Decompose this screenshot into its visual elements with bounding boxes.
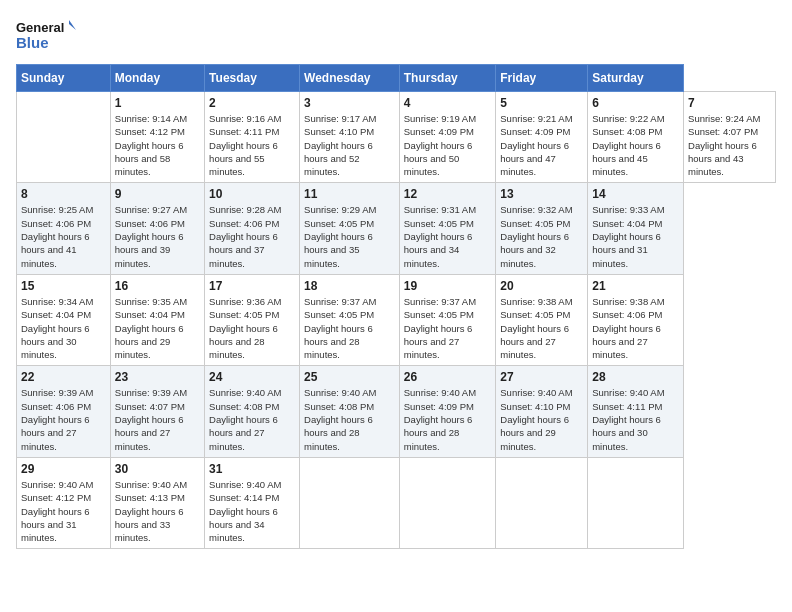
day-number: 14: [592, 187, 679, 201]
day-info: Sunrise: 9:40 AM Sunset: 4:09 PM Dayligh…: [404, 386, 492, 452]
day-info: Sunrise: 9:25 AM Sunset: 4:06 PM Dayligh…: [21, 203, 106, 269]
header-tuesday: Tuesday: [205, 65, 300, 92]
calendar-cell: 19 Sunrise: 9:37 AM Sunset: 4:05 PM Dayl…: [399, 274, 496, 365]
calendar-cell: 26 Sunrise: 9:40 AM Sunset: 4:09 PM Dayl…: [399, 366, 496, 457]
day-info: Sunrise: 9:31 AM Sunset: 4:05 PM Dayligh…: [404, 203, 492, 269]
calendar-cell: 8 Sunrise: 9:25 AM Sunset: 4:06 PM Dayli…: [17, 183, 111, 274]
day-number: 26: [404, 370, 492, 384]
header-sunday: Sunday: [17, 65, 111, 92]
calendar-cell: 2 Sunrise: 9:16 AM Sunset: 4:11 PM Dayli…: [205, 92, 300, 183]
header-thursday: Thursday: [399, 65, 496, 92]
week-row-3: 15 Sunrise: 9:34 AM Sunset: 4:04 PM Dayl…: [17, 274, 776, 365]
day-number: 21: [592, 279, 679, 293]
calendar-cell: 4 Sunrise: 9:19 AM Sunset: 4:09 PM Dayli…: [399, 92, 496, 183]
calendar-cell: 15 Sunrise: 9:34 AM Sunset: 4:04 PM Dayl…: [17, 274, 111, 365]
day-info: Sunrise: 9:37 AM Sunset: 4:05 PM Dayligh…: [304, 295, 395, 361]
day-info: Sunrise: 9:40 AM Sunset: 4:13 PM Dayligh…: [115, 478, 200, 544]
calendar-cell: 21 Sunrise: 9:38 AM Sunset: 4:06 PM Dayl…: [588, 274, 684, 365]
day-info: Sunrise: 9:40 AM Sunset: 4:10 PM Dayligh…: [500, 386, 583, 452]
day-info: Sunrise: 9:32 AM Sunset: 4:05 PM Dayligh…: [500, 203, 583, 269]
day-number: 29: [21, 462, 106, 476]
calendar-cell: [496, 457, 588, 548]
calendar-cell: [399, 457, 496, 548]
day-number: 10: [209, 187, 295, 201]
day-info: Sunrise: 9:24 AM Sunset: 4:07 PM Dayligh…: [688, 112, 771, 178]
calendar-cell: 6 Sunrise: 9:22 AM Sunset: 4:08 PM Dayli…: [588, 92, 684, 183]
calendar-cell: 18 Sunrise: 9:37 AM Sunset: 4:05 PM Dayl…: [300, 274, 400, 365]
day-info: Sunrise: 9:19 AM Sunset: 4:09 PM Dayligh…: [404, 112, 492, 178]
svg-text:Blue: Blue: [16, 34, 49, 51]
header-friday: Friday: [496, 65, 588, 92]
day-info: Sunrise: 9:36 AM Sunset: 4:05 PM Dayligh…: [209, 295, 295, 361]
calendar-cell: 3 Sunrise: 9:17 AM Sunset: 4:10 PM Dayli…: [300, 92, 400, 183]
empty-cell: [17, 92, 111, 183]
day-number: 12: [404, 187, 492, 201]
day-info: Sunrise: 9:38 AM Sunset: 4:06 PM Dayligh…: [592, 295, 679, 361]
calendar-cell: 29 Sunrise: 9:40 AM Sunset: 4:12 PM Dayl…: [17, 457, 111, 548]
day-number: 1: [115, 96, 200, 110]
day-info: Sunrise: 9:35 AM Sunset: 4:04 PM Dayligh…: [115, 295, 200, 361]
day-number: 13: [500, 187, 583, 201]
day-number: 5: [500, 96, 583, 110]
day-info: Sunrise: 9:28 AM Sunset: 4:06 PM Dayligh…: [209, 203, 295, 269]
calendar-cell: 9 Sunrise: 9:27 AM Sunset: 4:06 PM Dayli…: [110, 183, 204, 274]
day-info: Sunrise: 9:39 AM Sunset: 4:07 PM Dayligh…: [115, 386, 200, 452]
svg-text:General: General: [16, 20, 64, 35]
day-info: Sunrise: 9:40 AM Sunset: 4:08 PM Dayligh…: [304, 386, 395, 452]
logo-svg: General Blue: [16, 16, 76, 54]
calendar-cell: 7 Sunrise: 9:24 AM Sunset: 4:07 PM Dayli…: [684, 92, 776, 183]
day-number: 20: [500, 279, 583, 293]
calendar-cell: 23 Sunrise: 9:39 AM Sunset: 4:07 PM Dayl…: [110, 366, 204, 457]
day-info: Sunrise: 9:29 AM Sunset: 4:05 PM Dayligh…: [304, 203, 395, 269]
day-number: 19: [404, 279, 492, 293]
day-number: 15: [21, 279, 106, 293]
calendar-cell: 30 Sunrise: 9:40 AM Sunset: 4:13 PM Dayl…: [110, 457, 204, 548]
calendar-cell: 10 Sunrise: 9:28 AM Sunset: 4:06 PM Dayl…: [205, 183, 300, 274]
day-number: 28: [592, 370, 679, 384]
day-info: Sunrise: 9:14 AM Sunset: 4:12 PM Dayligh…: [115, 112, 200, 178]
day-info: Sunrise: 9:40 AM Sunset: 4:11 PM Dayligh…: [592, 386, 679, 452]
header-wednesday: Wednesday: [300, 65, 400, 92]
day-number: 9: [115, 187, 200, 201]
calendar-cell: 1 Sunrise: 9:14 AM Sunset: 4:12 PM Dayli…: [110, 92, 204, 183]
calendar-cell: 28 Sunrise: 9:40 AM Sunset: 4:11 PM Dayl…: [588, 366, 684, 457]
logo: General Blue: [16, 16, 76, 54]
day-number: 2: [209, 96, 295, 110]
day-number: 22: [21, 370, 106, 384]
day-info: Sunrise: 9:38 AM Sunset: 4:05 PM Dayligh…: [500, 295, 583, 361]
calendar-cell: [300, 457, 400, 548]
day-number: 11: [304, 187, 395, 201]
week-row-2: 8 Sunrise: 9:25 AM Sunset: 4:06 PM Dayli…: [17, 183, 776, 274]
day-number: 30: [115, 462, 200, 476]
day-info: Sunrise: 9:17 AM Sunset: 4:10 PM Dayligh…: [304, 112, 395, 178]
calendar-cell: 22 Sunrise: 9:39 AM Sunset: 4:06 PM Dayl…: [17, 366, 111, 457]
calendar-header-row: SundayMondayTuesdayWednesdayThursdayFrid…: [17, 65, 776, 92]
day-info: Sunrise: 9:27 AM Sunset: 4:06 PM Dayligh…: [115, 203, 200, 269]
day-number: 4: [404, 96, 492, 110]
day-number: 16: [115, 279, 200, 293]
calendar-cell: 12 Sunrise: 9:31 AM Sunset: 4:05 PM Dayl…: [399, 183, 496, 274]
day-number: 6: [592, 96, 679, 110]
header-saturday: Saturday: [588, 65, 684, 92]
day-number: 27: [500, 370, 583, 384]
calendar-cell: 14 Sunrise: 9:33 AM Sunset: 4:04 PM Dayl…: [588, 183, 684, 274]
calendar-cell: 25 Sunrise: 9:40 AM Sunset: 4:08 PM Dayl…: [300, 366, 400, 457]
day-info: Sunrise: 9:39 AM Sunset: 4:06 PM Dayligh…: [21, 386, 106, 452]
day-number: 7: [688, 96, 771, 110]
day-number: 24: [209, 370, 295, 384]
calendar-cell: 20 Sunrise: 9:38 AM Sunset: 4:05 PM Dayl…: [496, 274, 588, 365]
calendar-cell: 24 Sunrise: 9:40 AM Sunset: 4:08 PM Dayl…: [205, 366, 300, 457]
day-info: Sunrise: 9:40 AM Sunset: 4:12 PM Dayligh…: [21, 478, 106, 544]
day-number: 17: [209, 279, 295, 293]
day-number: 25: [304, 370, 395, 384]
calendar-table: SundayMondayTuesdayWednesdayThursdayFrid…: [16, 64, 776, 549]
svg-marker-2: [69, 20, 76, 30]
week-row-5: 29 Sunrise: 9:40 AM Sunset: 4:12 PM Dayl…: [17, 457, 776, 548]
day-info: Sunrise: 9:22 AM Sunset: 4:08 PM Dayligh…: [592, 112, 679, 178]
day-info: Sunrise: 9:21 AM Sunset: 4:09 PM Dayligh…: [500, 112, 583, 178]
calendar-cell: 11 Sunrise: 9:29 AM Sunset: 4:05 PM Dayl…: [300, 183, 400, 274]
day-info: Sunrise: 9:34 AM Sunset: 4:04 PM Dayligh…: [21, 295, 106, 361]
day-info: Sunrise: 9:40 AM Sunset: 4:08 PM Dayligh…: [209, 386, 295, 452]
calendar-cell: 27 Sunrise: 9:40 AM Sunset: 4:10 PM Dayl…: [496, 366, 588, 457]
day-number: 3: [304, 96, 395, 110]
